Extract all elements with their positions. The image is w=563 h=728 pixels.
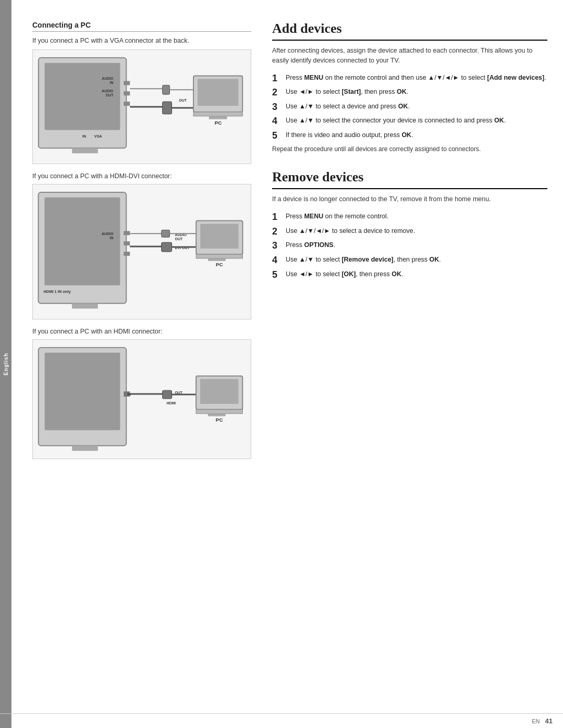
step-5-text: If there is video and audio output, pres… xyxy=(286,130,547,140)
svg-rect-58 xyxy=(200,379,238,404)
svg-rect-19 xyxy=(198,79,238,106)
right-column: Add devices After connecting devices, as… xyxy=(272,21,547,707)
svg-text:PC: PC xyxy=(215,120,222,126)
svg-rect-14 xyxy=(163,102,172,114)
svg-rect-4 xyxy=(124,102,130,106)
svg-text:IN: IN xyxy=(110,81,114,84)
vga-diagram-svg: AUDIO IN AUDIO OUT IN VGA xyxy=(33,50,251,164)
svg-rect-48 xyxy=(45,353,120,430)
hdmi-diagram-svg: IN OUT HDMI PC xyxy=(33,340,251,459)
add-step-3: 3 Use ▲/▼ to select a device and press O… xyxy=(272,102,547,113)
svg-rect-28 xyxy=(124,241,130,245)
svg-rect-29 xyxy=(124,252,130,256)
svg-text:OUT: OUT xyxy=(175,237,183,241)
remove-step-2: 2 Use ▲/▼/◄/► to select a device to remo… xyxy=(272,226,547,238)
svg-rect-44 xyxy=(196,254,242,258)
hdmi-dvi-diagram: HDMI 1 IN only AUDIO IN DVI OUT AUDIO OU… xyxy=(32,184,251,319)
svg-rect-3 xyxy=(124,91,130,95)
add-devices-section: Add devices After connecting devices, as… xyxy=(272,21,547,154)
step-4-number: 4 xyxy=(272,116,282,127)
step-4-text: Use ▲/▼ to select the connector your dev… xyxy=(286,116,547,126)
hdmi-dvi-diagram-svg: HDMI 1 IN only AUDIO IN DVI OUT AUDIO OU… xyxy=(33,184,251,319)
remove-step-3-number: 3 xyxy=(272,240,282,252)
svg-text:PC: PC xyxy=(216,262,223,267)
remove-step-3: 3 Press OPTIONS. xyxy=(272,240,547,252)
step-3-text: Use ▲/▼ to select a device and press OK. xyxy=(286,102,547,112)
remove-devices-section: Remove devices If a device is no longer … xyxy=(272,169,547,280)
svg-text:IN: IN xyxy=(109,236,113,240)
remove-step-1: 1 Press MENU on the remote control. xyxy=(272,212,547,223)
svg-text:VGA: VGA xyxy=(94,134,102,138)
hdmi-caption: If you connect a PC with an HDMI connect… xyxy=(32,328,251,335)
remove-step-5: 5 Use ◄/► to select [OK], then press OK. xyxy=(272,269,547,281)
svg-rect-36 xyxy=(162,230,170,237)
svg-rect-53 xyxy=(163,390,172,399)
step-2-text: Use ◄/► to select [Start], then press OK… xyxy=(286,87,547,97)
svg-rect-26 xyxy=(72,303,98,309)
remove-devices-description: If a device is no longer connected to th… xyxy=(272,194,547,204)
repeat-text: Repeat the procedure until all devices a… xyxy=(272,144,547,154)
add-step-4: 4 Use ▲/▼ to select the connector your d… xyxy=(272,116,547,127)
connecting-pc-title: Connecting a PC xyxy=(32,21,251,32)
side-tab: English xyxy=(0,0,11,728)
page-label: EN xyxy=(532,718,540,724)
svg-text:OUT: OUT xyxy=(179,98,187,102)
remove-step-2-number: 2 xyxy=(272,226,282,238)
step-1-number: 1 xyxy=(272,73,282,84)
svg-rect-15 xyxy=(163,85,170,94)
svg-text:IN: IN xyxy=(82,134,86,138)
add-devices-title: Add devices xyxy=(272,21,547,41)
step-5-number: 5 xyxy=(272,130,282,142)
page-number: 41 xyxy=(545,717,553,725)
remove-step-2-text: Use ▲/▼/◄/► to select a device to remove… xyxy=(286,226,547,236)
svg-rect-59 xyxy=(196,410,242,414)
remove-step-5-number: 5 xyxy=(272,269,282,281)
remove-step-1-number: 1 xyxy=(272,212,282,223)
svg-rect-21 xyxy=(209,116,227,119)
add-step-5: 5 If there is video and audio output, pr… xyxy=(272,130,547,142)
remove-step-3-text: Press OPTIONS. xyxy=(286,240,547,250)
add-devices-steps: 1 Press MENU on the remote control and t… xyxy=(272,73,547,142)
remove-devices-title: Remove devices xyxy=(272,169,547,189)
step-2-number: 2 xyxy=(272,87,282,98)
step-3-number: 3 xyxy=(272,102,282,113)
remove-step-5-text: Use ◄/► to select [OK], then press OK. xyxy=(286,269,547,279)
vga-caption: If you connect a PC with a VGA connector… xyxy=(32,37,251,44)
svg-rect-2 xyxy=(124,81,130,85)
svg-text:AUDIO: AUDIO xyxy=(102,77,114,80)
svg-text:HDMI: HDMI xyxy=(167,401,176,405)
svg-text:AUDIO: AUDIO xyxy=(102,89,114,93)
add-step-1: 1 Press MENU on the remote control and t… xyxy=(272,73,547,84)
svg-rect-43 xyxy=(200,224,238,249)
svg-rect-49 xyxy=(72,446,98,451)
svg-rect-5 xyxy=(72,148,98,153)
svg-text:HDMI 1 IN only: HDMI 1 IN only xyxy=(43,289,71,294)
hdmi-diagram: IN OUT HDMI PC xyxy=(32,339,251,459)
left-column: Connecting a PC If you connect a PC with… xyxy=(32,21,251,707)
hdmi-dvi-caption: If you connect a PC with a HDMI-DVI conn… xyxy=(32,172,251,180)
side-tab-label: English xyxy=(3,353,9,375)
remove-step-4: 4 Use ▲/▼ to select [Remove device], the… xyxy=(272,255,547,266)
svg-rect-60 xyxy=(208,414,226,416)
svg-text:OUT: OUT xyxy=(106,93,114,97)
remove-step-1-text: Press MENU on the remote control. xyxy=(286,212,547,221)
remove-devices-steps: 1 Press MENU on the remote control. 2 Us… xyxy=(272,212,547,280)
add-step-2: 2 Use ◄/► to select [Start], then press … xyxy=(272,87,547,98)
svg-rect-35 xyxy=(162,242,172,252)
svg-text:PC: PC xyxy=(216,417,223,423)
svg-text:AUDIO: AUDIO xyxy=(102,232,114,236)
svg-rect-45 xyxy=(208,258,226,261)
remove-step-4-number: 4 xyxy=(272,255,282,266)
svg-rect-20 xyxy=(193,112,242,116)
remove-step-4-text: Use ▲/▼ to select [Remove device], then … xyxy=(286,255,547,265)
add-devices-description: After connecting devices, assign the dev… xyxy=(272,46,547,66)
step-1-text: Press MENU on the remote control and the… xyxy=(286,73,547,83)
bottom-bar: EN 41 xyxy=(0,713,563,728)
vga-diagram: AUDIO IN AUDIO OUT IN VGA xyxy=(32,50,251,164)
svg-rect-25 xyxy=(44,198,120,286)
svg-rect-27 xyxy=(124,231,130,235)
